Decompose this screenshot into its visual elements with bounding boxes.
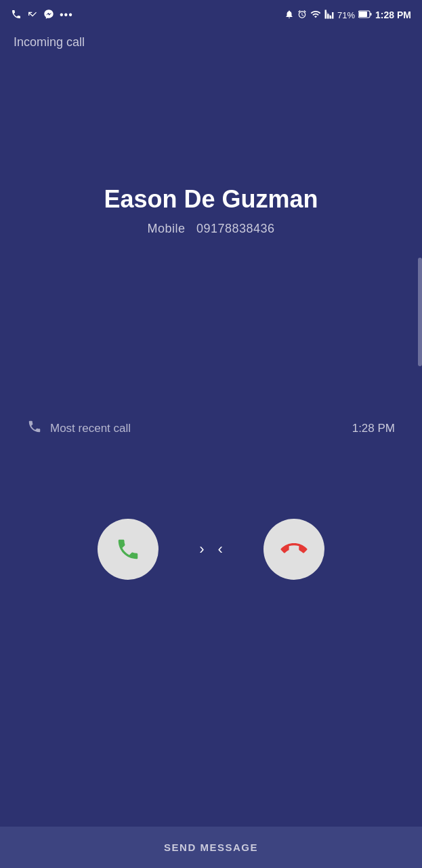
swipe-arrow-left: ‹: [218, 540, 223, 558]
status-bar: ••• 71%: [0, 0, 422, 27]
signal-icon: [324, 9, 334, 21]
recent-call-time: 1:28 PM: [352, 422, 395, 435]
battery-icon: [358, 9, 372, 20]
recent-call-label: Most recent call: [50, 422, 131, 435]
decline-phone-icon: [276, 531, 312, 568]
decline-call-button[interactable]: [263, 519, 324, 580]
wifi-icon: [310, 9, 321, 22]
missed-call-icon: [27, 9, 38, 22]
recent-call-row: Most recent call 1:28 PM: [0, 419, 422, 437]
notification-icon: [284, 9, 294, 21]
status-right-icons: 71% 1:28 PM: [284, 9, 411, 22]
messenger-icon: [43, 9, 54, 22]
time-display: 1:28 PM: [375, 9, 411, 20]
caller-name: Eason De Guzman: [104, 185, 318, 214]
more-icon: •••: [60, 9, 73, 21]
caller-info: Eason De Guzman Mobile 09178838436: [0, 185, 422, 236]
phone-status-icon: [11, 9, 22, 22]
send-message-button[interactable]: SEND MESSAGE: [0, 827, 422, 868]
action-buttons: › ‹: [0, 519, 422, 580]
swipe-arrow-right: ›: [199, 540, 204, 558]
svg-rect-1: [359, 12, 367, 17]
caller-number: Mobile 09178838436: [147, 222, 274, 236]
caller-phone-number: 09178838436: [196, 222, 275, 235]
battery-percent: 71%: [337, 10, 355, 20]
scroll-indicator: [418, 258, 422, 366]
caller-type: Mobile: [147, 222, 185, 235]
status-left-icons: •••: [11, 9, 73, 22]
svg-rect-2: [371, 13, 372, 16]
alarm-icon: [297, 9, 307, 21]
recent-call-left: Most recent call: [27, 419, 131, 437]
incoming-call-label: Incoming call: [0, 27, 422, 50]
incoming-call-text: Incoming call: [14, 35, 85, 49]
recent-call-phone-icon: [27, 419, 42, 437]
accept-call-button[interactable]: [98, 519, 159, 580]
accept-phone-icon: [115, 536, 141, 562]
